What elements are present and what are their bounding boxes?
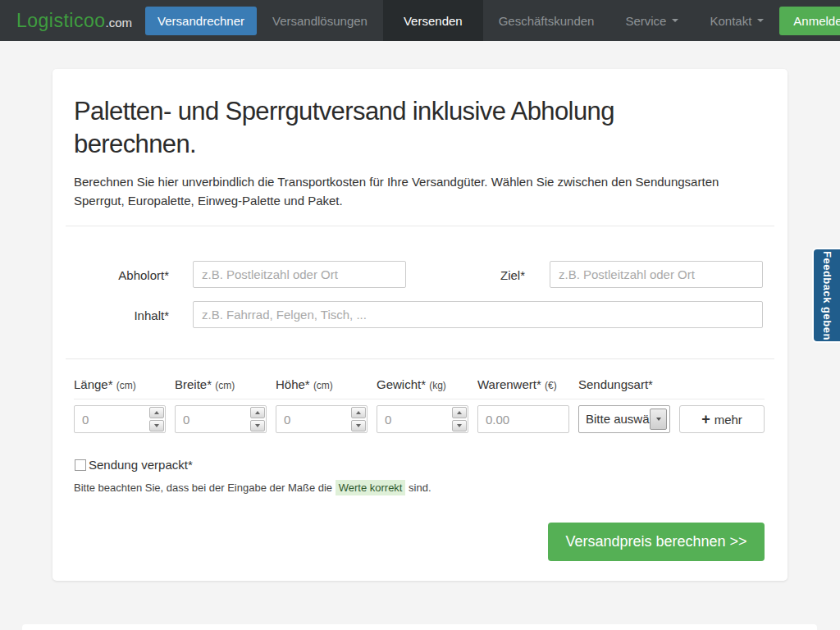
chevron-down-icon: [757, 19, 764, 22]
feedback-tab[interactable]: Feedback geben: [812, 248, 840, 343]
spacer: [679, 377, 765, 391]
brand-tld: .com: [106, 16, 133, 30]
hoehe-label: Höhe* (cm): [276, 377, 368, 391]
arrow-down-icon: [356, 424, 361, 427]
arrow-down-icon: [457, 424, 462, 427]
packed-row: Sendung verpackt*: [75, 458, 193, 472]
nav-item-service[interactable]: Service: [609, 0, 694, 41]
gewicht-stepper: [452, 407, 467, 431]
step-up-button[interactable]: [452, 407, 467, 418]
hoehe-stepper: [351, 407, 366, 431]
footer-section-top: [22, 624, 817, 630]
arrow-up-icon: [255, 411, 260, 414]
calculator-card: Paletten- und Sperrgutversand inklusive …: [52, 69, 788, 581]
feedback-tab-label: Feedback geben: [821, 251, 833, 340]
arrow-up-icon: [356, 411, 361, 414]
select-dropdown-button[interactable]: [650, 409, 667, 430]
nav-item-geschaeftskunden[interactable]: Geschäftskunden: [483, 0, 610, 41]
arrow-up-icon: [154, 411, 159, 414]
ziel-label: Ziel*: [438, 268, 525, 282]
brand-logo[interactable]: Logisticoo.com: [16, 10, 132, 32]
dimensions-section: Länge* (cm) Breite* (cm) Höhe* (cm) Gewi…: [74, 377, 765, 433]
packed-label: Sendung verpackt*: [89, 458, 193, 472]
hoehe-field: [276, 405, 368, 433]
nav-item-versandrechner[interactable]: Versandrechner: [145, 7, 257, 35]
top-navbar: Logisticoo.com Versandrechner Versandlös…: [0, 0, 840, 41]
step-down-button[interactable]: [351, 420, 366, 431]
arrow-down-icon: [255, 424, 260, 427]
breite-stepper: [250, 407, 265, 431]
nav-item-versandloesungen[interactable]: Versandlösungen: [257, 0, 383, 41]
packed-checkbox[interactable]: [75, 459, 86, 471]
divider: [66, 358, 774, 359]
divider: [66, 226, 774, 226]
nav-item-kontakt-label: Kontakt: [710, 14, 751, 28]
arrow-down-icon: [154, 424, 159, 427]
step-down-button[interactable]: [452, 420, 467, 431]
sendungsart-select[interactable]: Bitte auswä: [578, 405, 670, 433]
nav-item-kontakt[interactable]: Kontakt: [694, 0, 779, 41]
note-suffix: sind.: [405, 482, 431, 494]
breite-field: [175, 405, 267, 433]
abholort-input[interactable]: [193, 261, 406, 288]
laenge-stepper: [149, 407, 164, 431]
step-up-button[interactable]: [149, 407, 164, 418]
plus-icon: +: [701, 412, 710, 427]
arrow-down-icon: [656, 418, 661, 421]
step-up-button[interactable]: [250, 407, 265, 418]
step-down-button[interactable]: [149, 420, 164, 431]
nav-item-versenden[interactable]: Versenden: [383, 0, 483, 41]
calculate-price-button[interactable]: Versandpreis berechnen >>: [548, 523, 765, 561]
warenwert-field: [477, 405, 569, 433]
sendungsart-label: Sendungsart*: [578, 377, 670, 391]
nav-item-service-label: Service: [625, 14, 666, 28]
warenwert-label: Warenwert* (€): [477, 377, 569, 391]
breite-label: Breite* (cm): [175, 377, 267, 391]
dimensions-header-row: Länge* (cm) Breite* (cm) Höhe* (cm) Gewi…: [74, 377, 765, 399]
step-down-button[interactable]: [250, 420, 265, 431]
step-up-button[interactable]: [351, 407, 366, 418]
page-title: Paletten- und Sperrgutversand inklusive …: [74, 95, 730, 160]
abholort-label: Abholort*: [74, 268, 169, 282]
warenwert-input[interactable]: [477, 405, 569, 433]
gewicht-label: Gewicht* (kg): [377, 377, 468, 391]
dimensions-input-row: Bitte auswä + mehr: [74, 405, 765, 433]
add-more-button[interactable]: + mehr: [679, 405, 765, 433]
ziel-input[interactable]: [550, 261, 763, 288]
chevron-down-icon: [672, 19, 678, 22]
inhalt-label: Inhalt*: [74, 308, 169, 322]
arrow-up-icon: [457, 411, 462, 414]
laenge-label: Länge* (cm): [74, 377, 166, 391]
note-highlight: Werte korrekt: [336, 480, 406, 495]
laenge-field: [74, 405, 166, 433]
sendungsart-selected-value: Bitte auswä: [586, 412, 650, 426]
login-button[interactable]: Anmelden: [779, 7, 840, 35]
gewicht-field: [377, 405, 468, 433]
brand-name: Logisticoo: [16, 10, 106, 31]
dimensions-note: Bitte beachten Sie, dass bei der Eingabe…: [74, 482, 431, 494]
inhalt-input[interactable]: [193, 301, 763, 328]
add-more-label: mehr: [714, 413, 742, 427]
intro-text: Berechnen Sie hier unverbindlich die Tra…: [74, 173, 740, 210]
note-prefix: Bitte beachten Sie, dass bei der Eingabe…: [74, 482, 336, 494]
